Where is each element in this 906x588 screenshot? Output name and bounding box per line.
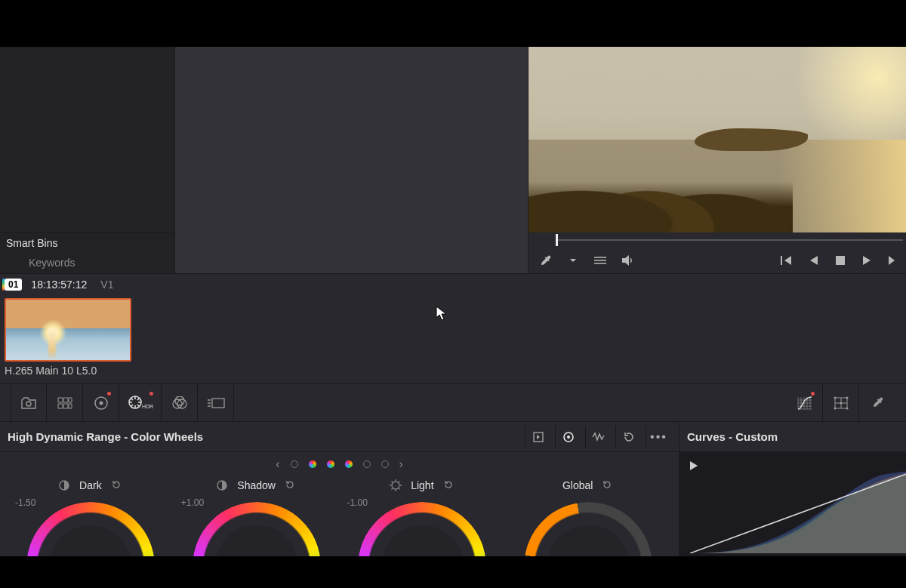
clip-thumbnail[interactable] [5, 298, 131, 362]
zone-pager: ‹ › [0, 452, 679, 476]
light-reset-icon[interactable] [443, 479, 455, 491]
svg-point-12 [846, 407, 848, 409]
dark-visibility-icon[interactable] [58, 479, 70, 491]
hdr-color-wheels-panel: High Dynamic Range - Color Wheels ••• ‹ … [0, 422, 680, 556]
zone-dot-3[interactable] [327, 460, 334, 468]
palette-toolbar: HDR [0, 383, 906, 421]
step-fwd-icon[interactable] [888, 254, 895, 267]
svg-point-9 [834, 396, 836, 399]
rgb-mixer-icon[interactable] [162, 384, 198, 422]
curves-icon[interactable] [787, 384, 823, 422]
zone-dot-2[interactable] [309, 460, 316, 468]
curves-panel-title: Curves - Custom [687, 430, 778, 443]
node-graph-panel[interactable] [175, 47, 528, 273]
clip-codec-label: H.265 Main 10 L5.0 [5, 365, 901, 377]
zone-dot-5[interactable] [363, 460, 371, 468]
media-sidebar: Smart Bins Keywords [0, 47, 175, 273]
svg-point-11 [834, 407, 836, 409]
wheel-label-global: Global [562, 479, 593, 491]
wheels-icon[interactable] [83, 384, 119, 422]
svg-point-2 [99, 401, 103, 405]
stop-icon[interactable] [834, 254, 847, 267]
smart-bins-heading[interactable]: Smart Bins [6, 237, 168, 249]
zone-graph-toggle-icon[interactable] [555, 426, 581, 448]
wheel-label-shadow: Shadow [237, 479, 276, 491]
histogram-overlay [690, 470, 906, 553]
svg-point-16 [567, 436, 570, 439]
wheel-label-dark: Dark [79, 479, 102, 491]
camera-raw-icon[interactable] [11, 384, 47, 422]
letterbox-top [0, 0, 906, 47]
warper-icon[interactable] [823, 384, 859, 422]
motion-effects-icon[interactable] [198, 384, 234, 422]
go-first-icon[interactable] [779, 254, 793, 267]
waveform-icon[interactable] [585, 426, 611, 448]
picker-icon[interactable] [539, 254, 553, 267]
curves-panel: Curves - Custom [680, 422, 906, 556]
wheel-label-light: Light [411, 479, 433, 491]
curves-handle-icon[interactable] [690, 461, 698, 470]
image-wipe-icon[interactable] [593, 254, 607, 267]
mute-audio-icon[interactable] [621, 254, 634, 267]
zone-dot-6[interactable] [381, 460, 389, 468]
clip-timecode: 18:13:57:12 [31, 279, 87, 291]
expand-panel-icon[interactable] [525, 426, 550, 448]
svg-rect-8 [212, 399, 224, 408]
dark-reset-icon[interactable] [111, 479, 123, 491]
zone-next-icon[interactable]: › [399, 457, 403, 471]
reset-panel-icon[interactable] [615, 426, 641, 448]
svg-text:HDR: HDR [142, 404, 153, 409]
picker-menu-chevron-icon[interactable] [566, 254, 580, 267]
hdr-wheels-icon[interactable]: HDR [119, 384, 162, 422]
hdr-panel-title: High Dynamic Range - Color Wheels [8, 430, 203, 443]
viewer-image[interactable] [528, 47, 906, 232]
clip-index-badge: 01 [5, 279, 22, 291]
zone-dot-4[interactable] [345, 460, 353, 468]
light-visibility-icon[interactable] [390, 479, 402, 491]
zone-dot-1[interactable] [291, 460, 298, 468]
clip-thumbnail-strip: 01 18:13:57:12 V1 H.265 Main 10 L5.0 [0, 273, 906, 383]
viewer-panel [528, 47, 906, 273]
svg-rect-0 [836, 256, 845, 265]
clip-track-label: V1 [100, 279, 113, 291]
curves-graph[interactable] [680, 452, 906, 556]
zone-prev-icon[interactable]: ‹ [276, 457, 279, 471]
shadow-visibility-icon[interactable] [216, 479, 228, 491]
panel-options-icon[interactable]: ••• [646, 426, 671, 448]
step-back-icon[interactable] [806, 254, 820, 267]
color-match-icon[interactable] [47, 384, 83, 422]
smart-bin-keywords[interactable]: Keywords [6, 257, 168, 269]
play-icon[interactable] [861, 254, 874, 267]
qualifier-picker-icon[interactable] [859, 384, 895, 422]
svg-point-19 [392, 482, 399, 489]
svg-point-10 [846, 396, 848, 399]
svg-point-13 [840, 402, 842, 404]
svg-point-7 [175, 396, 184, 405]
viewer-scrubber[interactable] [528, 232, 906, 248]
shadow-reset-icon[interactable] [285, 479, 297, 491]
global-reset-icon[interactable] [602, 479, 614, 491]
letterbox-bottom [0, 556, 906, 588]
